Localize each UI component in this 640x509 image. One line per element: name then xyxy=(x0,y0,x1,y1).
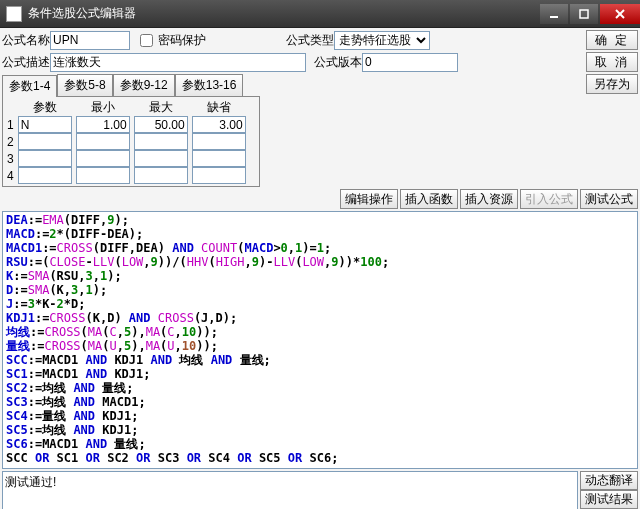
mid-button-row: 编辑操作插入函数插入资源引入公式测试公式 xyxy=(2,189,638,209)
password-label: 密码保护 xyxy=(158,32,206,49)
param-def-input[interactable] xyxy=(192,167,246,184)
password-checkbox[interactable] xyxy=(140,34,153,47)
param-min-input[interactable] xyxy=(76,167,130,184)
name-label: 公式名称 xyxy=(2,32,50,49)
toolbar-button[interactable]: 引入公式 xyxy=(520,189,578,209)
app-icon xyxy=(6,6,22,22)
name-input[interactable] xyxy=(50,31,130,50)
param-max-input[interactable] xyxy=(134,116,188,133)
param-min-input[interactable] xyxy=(76,150,130,167)
output-box[interactable]: 测试通过! xyxy=(2,471,578,509)
ok-button[interactable]: 确 定 xyxy=(586,30,638,50)
minimize-button[interactable] xyxy=(540,4,568,24)
param-def-input[interactable] xyxy=(192,116,246,133)
desc-label: 公式描述 xyxy=(2,54,50,71)
param-grid: 参数最小最大缺省1234 xyxy=(2,96,260,187)
toolbar-button[interactable]: 插入函数 xyxy=(400,189,458,209)
window-body: 公式名称 密码保护 公式类型 走势特征选股 公式描述 公式版本 xyxy=(0,28,640,509)
param-name-input[interactable] xyxy=(18,133,72,150)
right-button-column: 确 定 取 消 另存为 xyxy=(586,30,638,187)
param-tab[interactable]: 参数13-16 xyxy=(175,74,244,96)
param-tab[interactable]: 参数9-12 xyxy=(113,74,175,96)
titlebar[interactable]: 条件选股公式编辑器 xyxy=(0,0,640,28)
param-tab[interactable]: 参数1-4 xyxy=(2,75,57,97)
toolbar-button[interactable]: 测试公式 xyxy=(580,189,638,209)
svg-rect-1 xyxy=(580,10,588,18)
type-label: 公式类型 xyxy=(286,32,334,49)
type-select[interactable]: 走势特征选股 xyxy=(334,31,430,50)
param-header: 缺省 xyxy=(190,99,248,116)
side-button[interactable]: 测试结果 xyxy=(580,490,638,509)
param-def-input[interactable] xyxy=(192,133,246,150)
param-row: 2 xyxy=(5,133,248,150)
param-header: 最大 xyxy=(132,99,190,116)
maximize-button[interactable] xyxy=(570,4,598,24)
desc-input[interactable] xyxy=(50,53,306,72)
param-header: 最小 xyxy=(74,99,132,116)
code-editor[interactable]: DEA:=EMA(DIFF,9);MACD:=2*(DIFF-DEA);MACD… xyxy=(2,211,638,469)
param-tab[interactable]: 参数5-8 xyxy=(57,74,112,96)
param-row: 4 xyxy=(5,167,248,184)
param-max-input[interactable] xyxy=(134,150,188,167)
param-max-input[interactable] xyxy=(134,167,188,184)
output-text: 测试通过! xyxy=(5,475,56,489)
version-input[interactable] xyxy=(362,53,458,72)
toolbar-button[interactable]: 插入资源 xyxy=(460,189,518,209)
version-label: 公式版本 xyxy=(314,54,362,71)
cancel-button[interactable]: 取 消 xyxy=(586,52,638,72)
password-protect[interactable]: 密码保护 xyxy=(136,31,206,50)
param-def-input[interactable] xyxy=(192,150,246,167)
window-title: 条件选股公式编辑器 xyxy=(28,5,538,22)
param-row: 1 xyxy=(5,116,248,133)
param-name-input[interactable] xyxy=(18,150,72,167)
param-name-input[interactable] xyxy=(18,116,72,133)
param-max-input[interactable] xyxy=(134,133,188,150)
param-name-input[interactable] xyxy=(18,167,72,184)
param-row: 3 xyxy=(5,150,248,167)
param-min-input[interactable] xyxy=(76,133,130,150)
param-header: 参数 xyxy=(16,99,74,116)
saveas-button[interactable]: 另存为 xyxy=(586,74,638,94)
side-button-column: 动态翻译测试结果参数精灵用法注释 xyxy=(580,471,638,509)
param-tabs: 参数1-4参数5-8参数9-12参数13-16 xyxy=(2,74,584,96)
param-min-input[interactable] xyxy=(76,116,130,133)
close-button[interactable] xyxy=(600,4,640,24)
toolbar-button[interactable]: 编辑操作 xyxy=(340,189,398,209)
side-button[interactable]: 动态翻译 xyxy=(580,471,638,490)
